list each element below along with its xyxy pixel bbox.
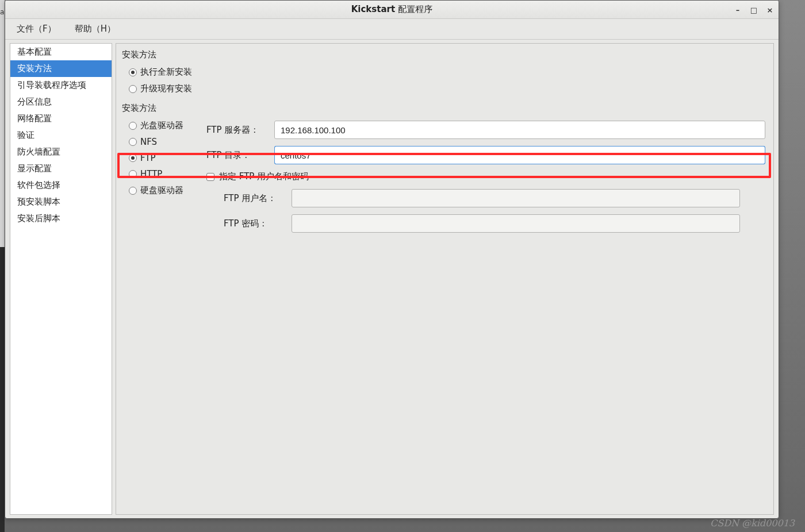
- sidebar: 基本配置 安装方法 引导装载程序选项 分区信息 网络配置 验证 防火墙配置 显示…: [10, 43, 112, 515]
- radio-nfs[interactable]: NFS: [122, 134, 204, 150]
- desktop-left-strip-dark: [0, 247, 5, 532]
- sidebar-item-basic[interactable]: 基本配置: [10, 44, 112, 60]
- radio-cdrom[interactable]: 光盘驱动器: [122, 117, 204, 134]
- maximize-icon[interactable]: □: [750, 6, 758, 14]
- ftp-pass-input: [292, 214, 740, 233]
- sidebar-item-display[interactable]: 显示配置: [10, 160, 112, 177]
- radio-icon: [129, 85, 137, 93]
- radio-icon: [129, 187, 137, 195]
- menubar: 文件（F） 帮助（H）: [5, 19, 779, 40]
- sidebar-item-partition[interactable]: 分区信息: [10, 94, 112, 110]
- titlebar[interactable]: Kickstart 配置程序 – □ ×: [5, 1, 779, 19]
- section-method-title: 安装方法: [122, 103, 768, 114]
- sidebar-item-network[interactable]: 网络配置: [10, 110, 112, 127]
- sidebar-item-packages[interactable]: 软件包选择: [10, 177, 112, 194]
- kickstart-window: Kickstart 配置程序 – □ × 文件（F） 帮助（H） 基本配置 安装…: [5, 0, 779, 519]
- ftp-user-input: [292, 189, 740, 207]
- ftp-server-label: FTP 服务器：: [206, 125, 270, 136]
- ftp-user-label: FTP 用户名：: [224, 193, 287, 204]
- radio-icon: [129, 122, 137, 130]
- radio-label: 升级现有安装: [140, 83, 192, 94]
- radio-label: NFS: [140, 137, 157, 147]
- sidebar-item-firewall[interactable]: 防火墙配置: [10, 144, 112, 160]
- watermark: CSDN @kid00013: [710, 518, 795, 529]
- sidebar-item-auth[interactable]: 验证: [10, 127, 112, 144]
- sidebar-item-pre-script[interactable]: 预安装脚本: [10, 194, 112, 210]
- radio-label: 光盘驱动器: [140, 120, 183, 131]
- radio-upgrade-install[interactable]: 升级现有安装: [122, 80, 768, 97]
- sidebar-item-install-method[interactable]: 安装方法: [10, 60, 112, 77]
- window-title: Kickstart 配置程序: [351, 4, 433, 15]
- radio-label: 硬盘驱动器: [140, 185, 183, 196]
- sidebar-item-bootloader[interactable]: 引导装载程序选项: [10, 77, 112, 94]
- desktop-left-strip-light: [0, 0, 5, 247]
- section-install-type-title: 安装方法: [122, 49, 768, 60]
- minimize-icon[interactable]: –: [734, 6, 742, 14]
- radio-icon: [129, 68, 137, 76]
- content-pane: 安装方法 执行全新安装 升级现有安装 安装方法 光盘驱动器: [116, 43, 774, 515]
- ftp-pass-label: FTP 密码：: [224, 218, 287, 229]
- radio-label: 执行全新安装: [140, 67, 192, 78]
- close-icon[interactable]: ×: [766, 6, 774, 14]
- annotation-highlight-box: [117, 153, 771, 178]
- menu-file[interactable]: 文件（F）: [16, 21, 57, 37]
- radio-icon: [129, 138, 137, 146]
- menu-help[interactable]: 帮助（H）: [74, 21, 117, 37]
- ftp-server-input[interactable]: [274, 121, 765, 139]
- sidebar-item-post-script[interactable]: 安装后脚本: [10, 210, 112, 227]
- radio-hdd[interactable]: 硬盘驱动器: [122, 182, 204, 199]
- radio-fresh-install[interactable]: 执行全新安装: [122, 64, 768, 80]
